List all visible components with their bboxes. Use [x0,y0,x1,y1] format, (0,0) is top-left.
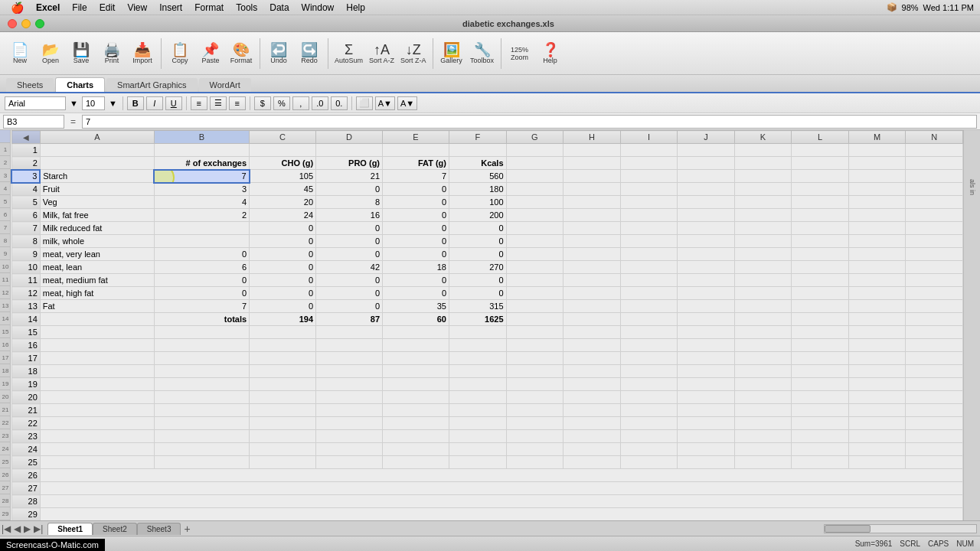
cell-j9[interactable] [678,248,735,261]
cell-n8[interactable] [906,235,963,248]
sheet-nav[interactable]: |◀ ◀ ▶ ▶| [0,523,44,534]
tab-smartart[interactable]: SmartArt Graphics [106,78,197,92]
formula-input[interactable] [82,115,977,129]
cell-n16[interactable] [906,339,963,352]
copy-button[interactable]: 📋 Copy [166,35,194,72]
cell-b4[interactable]: 3 [154,183,249,196]
bold-button[interactable]: B [127,96,144,110]
cell-d4[interactable]: 0 [316,183,383,196]
cell-i8[interactable] [620,235,678,248]
cell-b7[interactable] [154,222,249,235]
cell-m20[interactable] [848,391,906,404]
cell-j6[interactable] [678,209,735,222]
cell-h1[interactable] [564,144,621,157]
cell-e8[interactable]: 0 [383,235,449,248]
cell-h7[interactable] [564,222,621,235]
data-menu[interactable]: Data [265,2,293,13]
cell-f4[interactable]: 180 [449,183,507,196]
cell-f10[interactable]: 270 [449,261,507,274]
row-num-9[interactable]: 9 [11,248,40,261]
cell-k22[interactable] [734,417,792,430]
cell-f5[interactable]: 100 [449,196,507,209]
cell-n22[interactable] [906,417,963,430]
cell-m9[interactable] [848,248,906,261]
cell-e16[interactable] [383,339,449,352]
cell-g19[interactable] [506,378,564,391]
cell-b13[interactable]: 7 [154,300,249,313]
gallery-button[interactable]: 🖼️ Gallery [438,35,466,72]
cell-f25[interactable] [449,456,507,469]
align-center-button[interactable]: ☰ [210,96,227,110]
cell-e6[interactable]: 0 [383,209,449,222]
cell-d10[interactable]: 42 [316,261,383,274]
cell-j25[interactable] [678,456,735,469]
cell-i5[interactable] [620,196,678,209]
cell-n23[interactable] [906,430,963,443]
cell-h2[interactable] [564,157,621,170]
cell-c13[interactable]: 0 [250,300,316,313]
cell-b19[interactable] [154,378,249,391]
cell-n18[interactable] [906,365,963,378]
cell-j10[interactable] [678,261,735,274]
cell-j19[interactable] [678,378,735,391]
cell-c4[interactable]: 45 [250,183,316,196]
cell-i11[interactable] [620,274,678,287]
cell-c11[interactable]: 0 [250,274,316,287]
cell-n12[interactable] [906,287,963,300]
cell-j20[interactable] [678,391,735,404]
cell-h15[interactable] [564,326,621,339]
cell-a24[interactable] [40,443,154,456]
cell-k24[interactable] [734,443,792,456]
cell-a7[interactable]: Milk reduced fat [40,222,154,235]
cell-k25[interactable] [734,456,792,469]
cell-i15[interactable] [620,326,678,339]
cell-e2[interactable]: FAT (g) [383,157,449,170]
cell-b18[interactable] [154,365,249,378]
cell-n2[interactable] [906,157,963,170]
cell-e11[interactable]: 0 [383,274,449,287]
cell-e25[interactable] [383,456,449,469]
cell-n19[interactable] [906,378,963,391]
cell-e19[interactable] [383,378,449,391]
row-num-14[interactable]: 14 [11,313,40,326]
cell-b2[interactable]: # of exchanges [154,157,249,170]
cell-a8[interactable]: milk, whole [40,235,154,248]
cell-b16[interactable] [154,339,249,352]
cell-f15[interactable] [449,326,507,339]
cell-c14[interactable]: 194 [250,313,316,326]
cell-k14[interactable] [734,313,792,326]
cell-b21[interactable] [154,404,249,417]
cell-h18[interactable] [564,365,621,378]
cell-i6[interactable] [620,209,678,222]
cell-m7[interactable] [848,222,906,235]
undo-button[interactable]: ↩️ Undo [265,35,292,72]
cell-c8[interactable]: 0 [250,235,316,248]
cell-l5[interactable] [792,196,849,209]
cell-j17[interactable] [678,352,735,365]
cell-h3[interactable] [564,170,621,183]
cell-i23[interactable] [620,430,678,443]
col-header-k[interactable]: K [734,131,792,144]
cell-m17[interactable] [848,352,906,365]
cell-f11[interactable]: 0 [449,274,507,287]
cell-d19[interactable] [316,378,383,391]
align-left-button[interactable]: ≡ [191,96,207,110]
cell-b24[interactable] [154,443,249,456]
cell-m19[interactable] [848,378,906,391]
cell-k11[interactable] [734,274,792,287]
cell-g14[interactable] [506,313,564,326]
cell-h17[interactable] [564,352,621,365]
cell-j22[interactable] [678,417,735,430]
cell-d13[interactable]: 0 [316,300,383,313]
row-num-16[interactable]: 16 [11,339,40,352]
cell-c10[interactable]: 0 [250,261,316,274]
cell-c22[interactable] [250,417,316,430]
cell-d20[interactable] [316,391,383,404]
cell-e1[interactable] [383,144,449,157]
cell-h20[interactable] [564,391,621,404]
cell-d25[interactable] [316,456,383,469]
cell-a19[interactable] [40,378,154,391]
cell-l18[interactable] [792,365,849,378]
col-header-n[interactable]: N [906,131,963,144]
cell-m1[interactable] [848,144,906,157]
